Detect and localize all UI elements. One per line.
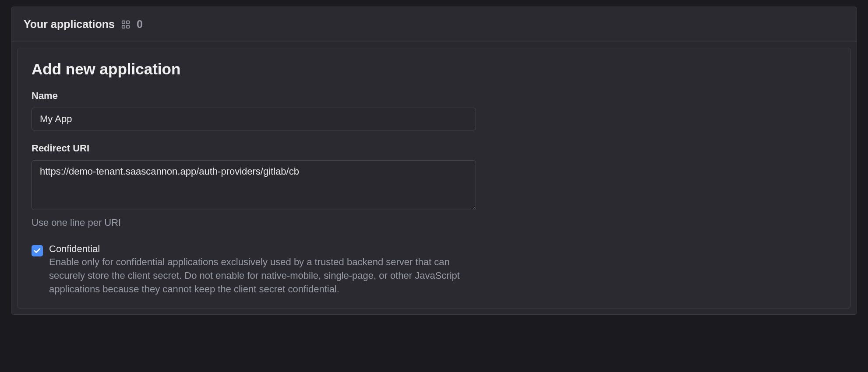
redirect-uri-label: Redirect URI [32, 143, 836, 154]
svg-rect-0 [122, 21, 125, 23]
name-label: Name [32, 90, 836, 102]
confidential-description: Enable only for confidential application… [49, 256, 474, 296]
applications-icon [121, 20, 131, 29]
name-form-group: Name [32, 90, 836, 130]
svg-rect-2 [122, 25, 125, 28]
panel-title: Your applications [24, 18, 115, 31]
redirect-uri-help: Use one line per URI [32, 217, 836, 228]
svg-rect-1 [127, 21, 129, 23]
panel-header: Your applications 0 [11, 7, 857, 42]
confidential-checkbox-wrapper [32, 245, 43, 256]
applications-panel: Your applications 0 Add new application … [11, 7, 857, 315]
panel-body: Add new application Name Redirect URI Us… [11, 42, 857, 314]
form-title: Add new application [32, 60, 836, 78]
add-application-form: Add new application Name Redirect URI Us… [17, 48, 851, 309]
redirect-uri-form-group: Redirect URI Use one line per URI [32, 143, 836, 228]
confidential-label: Confidential [49, 243, 474, 255]
confidential-checkbox-group: Confidential Enable only for confidentia… [32, 243, 836, 296]
svg-rect-3 [127, 25, 129, 28]
confidential-content: Confidential Enable only for confidentia… [49, 243, 474, 296]
applications-count: 0 [137, 18, 143, 31]
redirect-uri-textarea[interactable] [32, 160, 476, 210]
name-input[interactable] [32, 108, 476, 130]
